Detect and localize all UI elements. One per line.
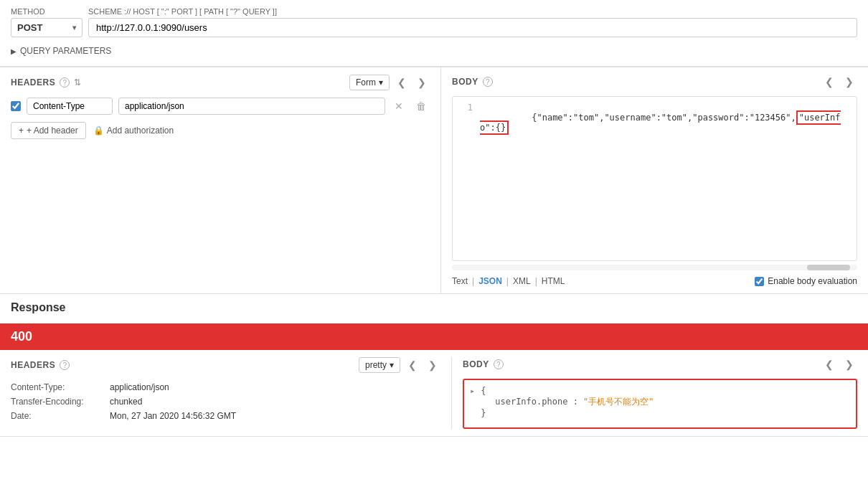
resp-brace-open: { bbox=[481, 386, 486, 396]
response-title: Response bbox=[11, 301, 857, 314]
resp-headers-collapse-left[interactable]: ❮ bbox=[405, 358, 420, 372]
resp-body-editor: ▸ { userInfo.phone : "手机号不能为空" } bbox=[463, 379, 857, 429]
format-xml-btn[interactable]: XML bbox=[513, 276, 531, 286]
resp-header-key-content-type: Content-Type: bbox=[11, 382, 104, 392]
resp-body-expand-right[interactable]: ❯ bbox=[841, 357, 857, 372]
resp-headers-table: Content-Type: application/json Transfer-… bbox=[11, 380, 440, 423]
add-auth-button[interactable]: 🔒 Add authorization bbox=[93, 126, 174, 136]
enable-body-eval-label: Enable body evaluation bbox=[768, 276, 857, 286]
body-line-content: {"name":"tom","username":"tom","password… bbox=[480, 103, 851, 143]
pretty-format-arrow: ▾ bbox=[390, 360, 394, 370]
body-collapse-left[interactable]: ❮ bbox=[821, 75, 837, 89]
header-value-input[interactable] bbox=[118, 98, 385, 115]
resp-header-key-transfer: Transfer-Encoding: bbox=[11, 397, 104, 407]
status-code: 400 bbox=[11, 329, 32, 344]
resp-headers-expand-right[interactable]: ❯ bbox=[425, 358, 440, 372]
add-header-icon: + bbox=[19, 126, 24, 136]
format-json-btn[interactable]: JSON bbox=[478, 276, 502, 286]
scroll-thumb bbox=[807, 265, 850, 270]
header-key-input[interactable] bbox=[27, 98, 113, 115]
body-scrollbar[interactable] bbox=[452, 265, 857, 270]
query-params-toggle-icon: ▶ bbox=[11, 47, 16, 55]
add-header-label: + Add header bbox=[27, 126, 78, 136]
url-input[interactable] bbox=[88, 18, 857, 37]
headers-format-arrow: ▾ bbox=[379, 77, 383, 87]
url-label: SCHEME :// HOST [ ":" PORT ] [ PATH [ "?… bbox=[88, 7, 857, 16]
resp-headers-title: HEADERS bbox=[11, 360, 55, 370]
header-delete-btn[interactable]: 🗑 bbox=[412, 99, 430, 113]
headers-info-icon: ? bbox=[60, 77, 70, 87]
resp-json-colon: : bbox=[573, 397, 583, 407]
body-title: BODY bbox=[452, 77, 478, 87]
body-info-icon: ? bbox=[483, 77, 493, 87]
status-bar: 400 bbox=[0, 323, 868, 350]
resp-body-collapse-left[interactable]: ❮ bbox=[821, 357, 837, 372]
method-label: METHOD bbox=[11, 7, 82, 16]
pretty-format-label: pretty bbox=[365, 360, 387, 370]
resp-body-title: BODY bbox=[463, 359, 489, 369]
body-line-number: 1 bbox=[458, 103, 473, 143]
body-expand-right[interactable]: ❯ bbox=[841, 75, 857, 89]
add-auth-label: Add authorization bbox=[107, 126, 174, 136]
resp-brace-close: } bbox=[481, 408, 486, 418]
header-row: ✕ 🗑 bbox=[11, 98, 430, 115]
resp-header-val-content-type: application/json bbox=[110, 382, 169, 392]
headers-expand-right[interactable]: ❯ bbox=[414, 75, 430, 90]
lock-icon: 🔒 bbox=[93, 126, 104, 136]
body-text-normal: {"name":"tom","username":"tom","password… bbox=[532, 113, 796, 123]
format-html-btn[interactable]: HTML bbox=[542, 276, 565, 286]
headers-format-btn[interactable]: Form ▾ bbox=[349, 75, 390, 90]
resp-header-key-date: Date: bbox=[11, 411, 104, 421]
body-editor[interactable]: 1 {"name":"tom","username":"tom","passwo… bbox=[452, 96, 857, 261]
query-params-toggle[interactable]: QUERY PARAMETERS bbox=[20, 46, 111, 56]
resp-header-content-type: Content-Type: application/json bbox=[11, 380, 440, 394]
method-value: POST bbox=[17, 22, 42, 33]
resp-header-date: Date: Mon, 27 Jan 2020 14:56:32 GMT bbox=[11, 409, 440, 423]
body-toolbar: Text | JSON | XML | HTML Enable body eva… bbox=[452, 276, 857, 286]
pretty-format-btn[interactable]: pretty ▾ bbox=[359, 357, 400, 373]
headers-sort-icon[interactable]: ⇅ bbox=[74, 77, 81, 87]
enable-body-eval-checkbox[interactable] bbox=[755, 277, 764, 286]
resp-json-key: userInfo.phone bbox=[495, 397, 567, 407]
resp-header-val-transfer: chunked bbox=[110, 397, 142, 407]
add-header-button[interactable]: + + Add header bbox=[11, 122, 86, 139]
resp-headers-info-icon: ? bbox=[60, 360, 70, 370]
resp-header-val-date: Mon, 27 Jan 2020 14:56:32 GMT bbox=[110, 411, 236, 421]
headers-collapse-left[interactable]: ❮ bbox=[394, 75, 410, 90]
method-dropdown-arrow: ▾ bbox=[72, 24, 76, 32]
resp-json-value: "手机号不能为空" bbox=[583, 397, 654, 407]
enable-body-eval-wrapper: Enable body evaluation bbox=[755, 276, 857, 286]
headers-format-label: Form bbox=[356, 77, 376, 87]
format-text-btn[interactable]: Text bbox=[452, 276, 468, 286]
resp-body-expand-icon[interactable]: ▸ bbox=[470, 386, 475, 396]
method-dropdown[interactable]: POST ▾ bbox=[11, 18, 82, 37]
headers-title: HEADERS bbox=[11, 77, 55, 87]
header-enabled-checkbox[interactable] bbox=[11, 101, 21, 111]
resp-header-transfer-encoding: Transfer-Encoding: chunked bbox=[11, 394, 440, 409]
resp-body-info-icon: ? bbox=[494, 359, 504, 369]
header-remove-btn[interactable]: ✕ bbox=[391, 99, 407, 113]
